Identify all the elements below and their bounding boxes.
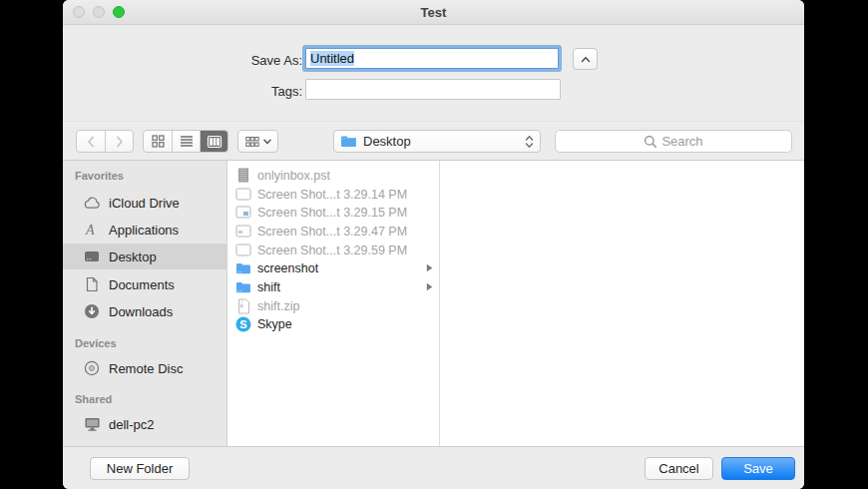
- folder-icon: [235, 279, 251, 295]
- chevron-down-icon: [263, 139, 271, 145]
- save-button[interactable]: Save: [721, 457, 795, 480]
- file-name: Skype: [257, 317, 292, 331]
- image-file-icon: [235, 205, 251, 221]
- arrange-menu-button[interactable]: [237, 130, 278, 153]
- panel-divider: [63, 121, 804, 122]
- expand-dialog-button[interactable]: [573, 48, 598, 70]
- file-name: onlyinbox.pst: [257, 169, 330, 183]
- close-window-icon[interactable]: [73, 6, 85, 18]
- folder-expand-arrow-icon: [426, 263, 433, 272]
- folder-icon: [235, 260, 251, 276]
- sidebar: Favorites iCloud Drive A A: [63, 161, 227, 446]
- disc-icon: [83, 359, 101, 377]
- image-file-icon: [235, 187, 251, 203]
- image-file-icon: [235, 224, 251, 240]
- sidebar-header-shared: Shared: [75, 393, 112, 405]
- chevron-right-icon: [116, 136, 124, 148]
- location-label: Desktop: [363, 134, 525, 149]
- save-as-label: Save As:: [251, 53, 302, 68]
- folder-row-shift[interactable]: shift: [228, 277, 439, 296]
- sidebar-item-label: dell-pc2: [109, 417, 155, 432]
- file-row-screenshot-1[interactable]: Screen Shot...t 3.29.14 PM: [228, 185, 439, 204]
- tags-label: Tags:: [271, 84, 302, 99]
- tags-input[interactable]: [305, 79, 561, 100]
- sidebar-item-remote-disc[interactable]: Remote Disc: [63, 355, 226, 381]
- sidebar-item-label: Applications: [109, 223, 179, 238]
- folder-row-screenshot[interactable]: screenshot: [228, 258, 439, 277]
- location-popup-button[interactable]: Desktop: [333, 130, 541, 153]
- sidebar-item-label: Downloads: [109, 304, 173, 319]
- file-name: Screen Shot...t 3.29.15 PM: [257, 206, 407, 220]
- title-bar: Test: [63, 0, 804, 25]
- sidebar-item-documents[interactable]: Documents: [63, 271, 226, 297]
- list-view-button[interactable]: [172, 131, 200, 152]
- image-file-icon: [235, 243, 251, 258]
- cloud-icon: [83, 194, 101, 212]
- save-dialog-window: Test Save As: Untitled Tags:: [63, 0, 804, 489]
- empty-preview-column: [441, 161, 804, 446]
- view-mode-segmented-control: [143, 130, 228, 153]
- window-title: Test: [63, 0, 804, 25]
- sidebar-item-desktop[interactable]: Desktop: [63, 244, 226, 269]
- forward-button[interactable]: [105, 131, 133, 152]
- app-row-skype[interactable]: S Skype: [228, 314, 439, 333]
- letterbox: Test Save As: Untitled Tags:: [0, 0, 868, 489]
- filename-selected-text: Untitled: [310, 51, 354, 66]
- sidebar-item-downloads[interactable]: Downloads: [63, 298, 226, 324]
- sidebar-header-devices: Devices: [75, 337, 117, 349]
- applications-icon: A: [83, 221, 101, 239]
- file-name: shift: [257, 280, 280, 294]
- minimize-window-icon[interactable]: [93, 6, 105, 18]
- folder-expand-arrow-icon: [426, 282, 433, 291]
- zoom-window-icon[interactable]: [113, 6, 125, 18]
- sidebar-item-label: Remote Disc: [109, 361, 183, 376]
- sidebar-item-label: Documents: [109, 277, 175, 292]
- file-row-onlyinbox-pst[interactable]: onlyinbox.pst: [228, 166, 439, 185]
- file-name: screenshot: [257, 261, 318, 275]
- folder-icon: [340, 135, 357, 148]
- file-row-screenshot-4[interactable]: Screen Shot...t 3.29.59 PM: [228, 241, 439, 259]
- cancel-button[interactable]: Cancel: [645, 457, 713, 480]
- list-view-icon: [180, 135, 194, 148]
- chevron-up-icon: [581, 56, 591, 63]
- dialog-footer: New Folder Cancel Save: [63, 446, 804, 489]
- search-placeholder: Search: [661, 134, 702, 149]
- new-folder-button[interactable]: New Folder: [90, 457, 190, 480]
- column-view-button[interactable]: [200, 131, 227, 152]
- file-name: shift.zip: [257, 299, 299, 313]
- sidebar-header-favorites: Favorites: [75, 170, 124, 182]
- nav-button-group: [76, 130, 134, 153]
- file-name: Screen Shot...t 3.29.47 PM: [257, 225, 407, 239]
- svg-text:S: S: [239, 318, 246, 330]
- downloads-icon: [83, 302, 101, 320]
- documents-icon: [83, 275, 101, 293]
- skype-app-icon: S: [235, 316, 251, 332]
- file-browser: Favorites iCloud Drive A A: [63, 161, 804, 446]
- file-list-column: onlyinbox.pst Screen Shot...t 3.29.14 PM: [228, 161, 440, 446]
- file-row-screenshot-2[interactable]: Screen Shot...t 3.29.15 PM: [228, 203, 439, 222]
- search-input[interactable]: Search: [555, 130, 792, 153]
- file-name: Screen Shot...t 3.29.59 PM: [257, 244, 407, 257]
- display-icon: [83, 415, 101, 433]
- search-icon: [644, 135, 657, 149]
- sidebar-item-label: iCloud Drive: [109, 196, 180, 211]
- file-row-screenshot-3[interactable]: Screen Shot...t 3.29.47 PM: [228, 222, 439, 241]
- sidebar-item-label: Desktop: [109, 249, 157, 264]
- sidebar-item-applications[interactable]: A Applications: [63, 217, 226, 243]
- zip-file-icon: [235, 298, 251, 314]
- svg-text:A: A: [85, 223, 95, 238]
- sidebar-item-dell-pc2[interactable]: dell-pc2: [63, 411, 226, 437]
- desktop-icon: [83, 247, 101, 265]
- file-name: Screen Shot...t 3.29.14 PM: [257, 188, 407, 202]
- icon-view-button[interactable]: [144, 131, 172, 152]
- back-button[interactable]: [77, 131, 105, 152]
- file-row-shift-zip[interactable]: shift.zip: [228, 296, 439, 315]
- column-view-icon: [207, 135, 222, 149]
- icon-view-icon: [152, 135, 165, 148]
- popup-stepper-icon: [525, 135, 534, 149]
- pst-file-icon: [235, 168, 251, 184]
- filename-input[interactable]: Untitled: [305, 48, 559, 69]
- sidebar-item-icloud-drive[interactable]: iCloud Drive: [63, 190, 226, 216]
- arrange-grid-icon: [245, 136, 259, 148]
- chevron-left-icon: [87, 136, 95, 148]
